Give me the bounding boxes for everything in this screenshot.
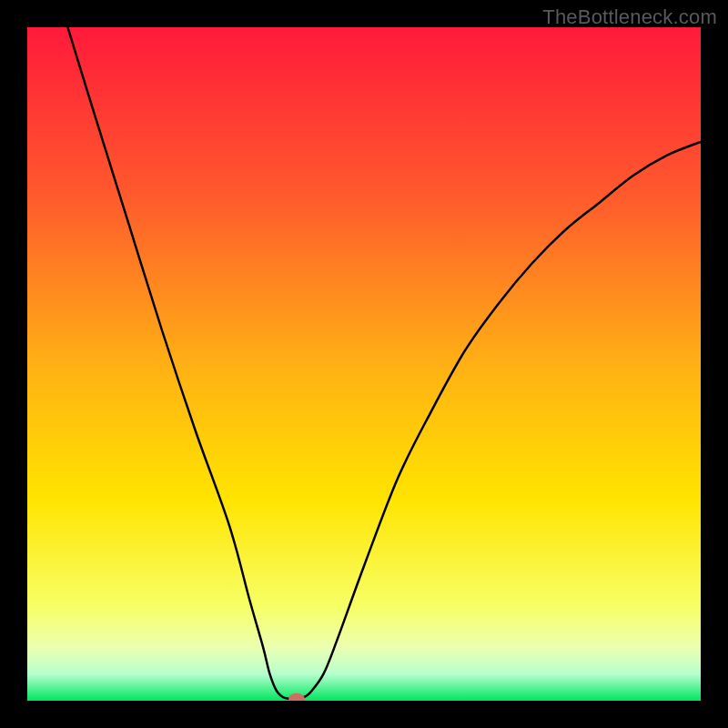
watermark-text: TheBottleneck.com	[542, 5, 717, 29]
chart-frame: TheBottleneck.com	[0, 0, 728, 728]
gradient-background	[27, 27, 701, 701]
chart-plot-area	[27, 27, 701, 701]
chart-svg	[27, 27, 701, 701]
